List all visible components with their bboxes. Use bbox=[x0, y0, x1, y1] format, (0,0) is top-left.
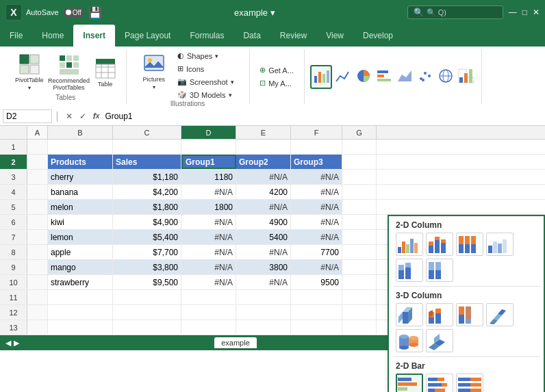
cell-d4[interactable]: #N/A bbox=[181, 185, 236, 199]
cell-e6[interactable]: 4900 bbox=[236, 215, 291, 229]
cell-c6[interactable]: $4,900 bbox=[113, 215, 181, 229]
cell-c3[interactable]: $1,180 bbox=[113, 170, 181, 184]
get-addins-button[interactable]: ⊕ Get A... bbox=[257, 65, 296, 75]
tab-review[interactable]: Review bbox=[270, 25, 316, 47]
tab-insert[interactable]: Insert bbox=[73, 25, 115, 47]
cell-d12[interactable] bbox=[181, 305, 236, 319]
globe-chart-button[interactable] bbox=[436, 66, 455, 88]
cell-c12[interactable] bbox=[113, 305, 181, 319]
cell-c13[interactable] bbox=[113, 320, 181, 335]
cell-g11[interactable] bbox=[342, 290, 377, 304]
stacked-column-btn[interactable] bbox=[426, 233, 453, 256]
3d-col-2-btn[interactable] bbox=[426, 303, 453, 326]
cell-b11[interactable] bbox=[48, 290, 113, 304]
bar-chart-button[interactable] bbox=[375, 66, 394, 88]
cell-g10[interactable] bbox=[342, 275, 377, 289]
3d-col-3-btn[interactable] bbox=[456, 303, 483, 326]
row-num-1[interactable]: 1 bbox=[0, 140, 27, 154]
autosave-toggle[interactable]: Off bbox=[63, 8, 84, 17]
cell-a1[interactable] bbox=[27, 140, 48, 154]
cell-e10[interactable]: #N/A bbox=[236, 275, 291, 289]
3d-clustered-column-btn[interactable] bbox=[486, 233, 514, 256]
3d-col-4-btn[interactable] bbox=[486, 303, 514, 326]
100pct-stacked-bar-btn[interactable] bbox=[456, 374, 483, 392]
cell-f9[interactable]: #N/A bbox=[291, 260, 342, 274]
cell-g5[interactable] bbox=[342, 200, 377, 214]
tab-formulas[interactable]: Formulas bbox=[180, 25, 233, 47]
cell-d3[interactable]: 1180 bbox=[181, 170, 236, 184]
search-box[interactable]: 🔍 🔍 Q) bbox=[407, 5, 503, 19]
col-header-e[interactable]: E bbox=[236, 126, 291, 139]
row-num-7[interactable]: 7 bbox=[0, 230, 27, 244]
row-num-13[interactable]: 13 bbox=[0, 320, 27, 335]
cell-f6[interactable]: #N/A bbox=[291, 215, 342, 229]
cell-g1[interactable] bbox=[342, 140, 377, 154]
row-num-10[interactable]: 10 bbox=[0, 275, 27, 289]
cell-e9[interactable]: 3800 bbox=[236, 260, 291, 274]
row-num-8[interactable]: 8 bbox=[0, 245, 27, 259]
save-icon[interactable]: 💾 bbox=[88, 6, 102, 19]
cell-f8[interactable]: 7700 bbox=[291, 245, 342, 259]
area-chart-button[interactable] bbox=[395, 66, 414, 88]
cell-d6[interactable]: #N/A bbox=[181, 215, 236, 229]
cell-e2[interactable]: Group2 bbox=[236, 155, 291, 169]
tab-file[interactable]: File bbox=[0, 25, 32, 47]
icons-button[interactable]: ⊞ Icons bbox=[175, 64, 237, 74]
confirm-formula-btn[interactable]: ✓ bbox=[77, 110, 89, 122]
cell-d1[interactable] bbox=[181, 140, 236, 154]
cell-c8[interactable]: $7,700 bbox=[113, 245, 181, 259]
cell-d2[interactable]: Group1 bbox=[181, 155, 236, 169]
cell-b6[interactable]: kiwi bbox=[48, 215, 113, 229]
cell-f1[interactable] bbox=[291, 140, 342, 154]
tab-home[interactable]: Home bbox=[32, 25, 73, 47]
100pct-stacked-column-btn[interactable] bbox=[456, 233, 483, 256]
cell-a3[interactable] bbox=[27, 170, 48, 184]
scatter-chart-button[interactable] bbox=[416, 66, 435, 88]
recommended-pivottables-button[interactable]: RecommendedPivotTables bbox=[51, 52, 88, 93]
table-button[interactable]: Table bbox=[90, 55, 121, 90]
col-header-b[interactable]: B bbox=[48, 126, 113, 139]
cell-b3[interactable]: cherry bbox=[48, 170, 113, 184]
line-chart-button[interactable] bbox=[333, 66, 353, 88]
cell-b8[interactable]: apple bbox=[48, 245, 113, 259]
3d-100pct-column-btn[interactable] bbox=[426, 259, 453, 282]
3d-col-1-btn[interactable] bbox=[396, 303, 423, 326]
cell-g3[interactable] bbox=[342, 170, 377, 184]
cell-a8[interactable] bbox=[27, 245, 48, 259]
cell-a9[interactable] bbox=[27, 260, 48, 274]
cell-e5[interactable]: #N/A bbox=[236, 200, 291, 214]
cell-b4[interactable]: banana bbox=[48, 185, 113, 199]
tab-view[interactable]: View bbox=[316, 25, 353, 47]
cell-c9[interactable]: $3,800 bbox=[113, 260, 181, 274]
cell-c10[interactable]: $9,500 bbox=[113, 275, 181, 289]
prev-sheet-btn[interactable]: ◀ bbox=[5, 339, 11, 348]
tab-develop[interactable]: Develop bbox=[353, 25, 403, 47]
cell-f13[interactable] bbox=[291, 320, 342, 335]
cell-a5[interactable] bbox=[27, 200, 48, 214]
cell-g13[interactable] bbox=[342, 320, 377, 335]
insert-function-btn[interactable]: fx bbox=[90, 110, 103, 122]
sheet-tab-example[interactable]: example bbox=[214, 337, 257, 348]
cell-d8[interactable]: #N/A bbox=[181, 245, 236, 259]
cell-e4[interactable]: 4200 bbox=[236, 185, 291, 199]
cell-b12[interactable] bbox=[48, 305, 113, 319]
cell-c2[interactable]: Sales bbox=[113, 155, 181, 169]
cell-g4[interactable] bbox=[342, 185, 377, 199]
cell-c4[interactable]: $4,200 bbox=[113, 185, 181, 199]
tab-data[interactable]: Data bbox=[233, 25, 270, 47]
cell-d10[interactable]: #N/A bbox=[181, 275, 236, 289]
more-charts-icon-button[interactable] bbox=[457, 66, 476, 88]
clustered-bar-btn[interactable] bbox=[396, 374, 423, 392]
screenshot-button[interactable]: 📷 Screenshot ▾ bbox=[175, 77, 237, 87]
cell-e8[interactable]: #N/A bbox=[236, 245, 291, 259]
row-num-4[interactable]: 4 bbox=[0, 185, 27, 199]
row-num-12[interactable]: 12 bbox=[0, 305, 27, 319]
cell-b5[interactable]: melon bbox=[48, 200, 113, 214]
stacked-bar-btn[interactable] bbox=[426, 374, 453, 392]
3d-col-6-btn[interactable] bbox=[426, 329, 453, 352]
col-header-a[interactable]: A bbox=[27, 126, 48, 139]
cell-reference[interactable]: D2 bbox=[3, 109, 52, 123]
cell-b10[interactable]: strawberry bbox=[48, 275, 113, 289]
cell-e13[interactable] bbox=[236, 320, 291, 335]
cell-c7[interactable]: $5,400 bbox=[113, 230, 181, 244]
